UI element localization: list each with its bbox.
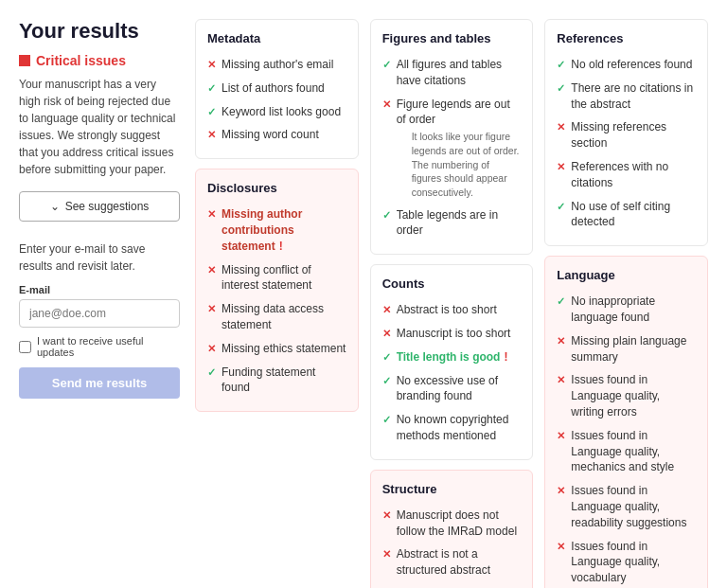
item-2-0-3: ✕References with no citations <box>557 155 696 195</box>
item-0-1-1: ✕Missing conflict of interest statement <box>207 258 346 298</box>
item-text-2-1-5: Issues found in Language quality, vocabu… <box>571 539 696 586</box>
item-text-0-1-0: Missing author contributions statement! <box>222 206 346 254</box>
item-2-1-0: ✓No inappropriate language found <box>557 290 696 330</box>
item-1-1-1: ✕Manuscript is too short <box>382 322 522 346</box>
column-1: Figures and tables✓All figures and table… <box>370 19 534 588</box>
item-1-1-3: ✓No excessive use of branding found <box>382 369 522 409</box>
email-input[interactable] <box>19 299 180 328</box>
item-text-1-1-2: Title length is good! <box>397 349 508 365</box>
check-icon: ✓ <box>382 350 391 365</box>
checkbox-label: I want to receive useful updates <box>37 335 180 358</box>
x-icon: ✕ <box>382 98 391 112</box>
results-columns: Metadata✕Missing author's email✓List of … <box>195 19 708 588</box>
column-2: References✓No old references found✓There… <box>544 19 708 588</box>
card-title-2-0: References <box>557 31 696 45</box>
x-icon: ✕ <box>557 120 565 134</box>
card-1-0: Figures and tables✓All figures and table… <box>370 19 534 255</box>
item-text-2-0-0: No old references found <box>571 57 692 73</box>
x-icon: ✕ <box>382 508 391 523</box>
item-0-1-0: ✕Missing author contributions statement! <box>207 203 346 258</box>
check-icon: ✓ <box>207 81 216 96</box>
check-icon: ✓ <box>207 365 216 380</box>
x-icon: ✕ <box>557 429 565 443</box>
item-text-1-0-2: Table legends are in order <box>397 207 522 240</box>
item-1-2-1: ✕Abstract is not a structured abstract <box>382 543 522 582</box>
item-text-0-1-3: Missing ethics statement <box>222 341 346 357</box>
item-text-1-1-1: Manuscript is too short <box>397 326 511 342</box>
item-1-0-0: ✓All figures and tables have citations <box>382 53 522 93</box>
see-suggestions-button[interactable]: ⌄ See suggestions <box>19 191 180 222</box>
check-icon: ✓ <box>382 374 391 388</box>
item-text-0-1-1: Missing conflict of interest statement <box>222 262 346 294</box>
card-title-1-0: Figures and tables <box>382 31 522 45</box>
item-0-1-4: ✓Funding statement found <box>207 361 346 401</box>
card-title-0-0: Metadata <box>207 31 346 45</box>
card-1-2: Structure✕Manuscript does not follow the… <box>370 470 534 588</box>
item-1-1-4: ✓No known copyrighted methods mentioned <box>382 408 522 448</box>
item-text-0-0-3: Missing word count <box>222 127 319 143</box>
check-icon: ✓ <box>207 105 216 119</box>
card-2-0: References✓No old references found✓There… <box>544 19 708 246</box>
item-text-2-1-2: Issues found in Language quality, writin… <box>571 372 696 419</box>
item-1-0-2: ✓Table legends are in order <box>382 204 522 243</box>
item-text-2-0-1: There are no citations in the abstract <box>571 80 696 113</box>
check-icon: ✓ <box>557 58 565 72</box>
item-1-0-1: ✕Figure legends are out of orderIt looks… <box>382 93 522 204</box>
item-text-2-0-2: Missing references section <box>571 119 696 151</box>
send-button[interactable]: Send me results <box>19 367 180 399</box>
item-2-1-2: ✕Issues found in Language quality, writi… <box>557 368 696 423</box>
x-icon: ✕ <box>207 263 216 277</box>
x-icon: ✕ <box>382 303 391 317</box>
card-2-1: Language✓No inappropriate language found… <box>544 256 708 588</box>
card-0-0: Metadata✕Missing author's email✓List of … <box>195 19 359 159</box>
card-title-0-1: Disclosures <box>207 181 346 195</box>
item-text-2-1-4: Issues found in Language quality, readab… <box>571 483 696 530</box>
card-0-1: Disclosures✕Missing author contributions… <box>195 169 359 412</box>
item-text-1-2-0: Manuscript does not follow the IMRaD mod… <box>397 508 522 540</box>
item-text-1-1-0: Abstract is too short <box>397 302 497 318</box>
item-2-0-4: ✓No use of self citing detected <box>557 195 696 235</box>
card-title-1-2: Structure <box>382 482 522 496</box>
email-label: E-mail <box>19 284 180 295</box>
check-icon: ✓ <box>557 81 565 96</box>
item-2-1-4: ✕Issues found in Language quality, reada… <box>557 479 696 534</box>
x-icon: ✕ <box>207 302 216 316</box>
subnote-1-0-1: It looks like your figure legends are ou… <box>397 130 522 199</box>
column-0: Metadata✕Missing author's email✓List of … <box>195 19 359 588</box>
item-text-0-1-2: Missing data access statement <box>222 301 346 333</box>
page-title: Your results <box>19 19 180 44</box>
description-text: Your manuscript has a very high risk of … <box>19 76 180 178</box>
card-title-1-1: Counts <box>382 276 522 291</box>
item-text-2-1-3: Issues found in Language quality, mechan… <box>571 428 696 475</box>
x-icon: ✕ <box>557 484 565 498</box>
item-text-2-1-0: No inappropriate language found <box>571 294 696 326</box>
item-0-1-3: ✕Missing ethics statement <box>207 337 346 361</box>
item-text-1-0-1: Figure legends are out of orderIt looks … <box>397 97 522 200</box>
item-text-2-0-4: No use of self citing detected <box>571 199 696 231</box>
x-icon: ✕ <box>207 128 216 142</box>
x-icon: ✕ <box>557 334 565 348</box>
item-text-1-1-3: No excessive use of branding found <box>397 373 522 405</box>
item-text-1-2-1: Abstract is not a structured abstract <box>397 546 522 579</box>
checkbox-row: I want to receive useful updates <box>19 335 180 358</box>
item-2-1-5: ✕Issues found in Language quality, vocab… <box>557 535 696 588</box>
x-icon: ✕ <box>557 373 565 387</box>
card-1-1: Counts✕Abstract is too short✕Manuscript … <box>370 264 534 460</box>
check-icon: ✓ <box>382 208 391 223</box>
save-section-text: Enter your e-mail to save results and re… <box>19 241 180 275</box>
item-0-0-2: ✓Keyword list looks good <box>207 100 346 124</box>
item-text-0-0-0: Missing author's email <box>222 57 333 73</box>
x-icon: ✕ <box>207 58 216 72</box>
item-1-2-0: ✕Manuscript does not follow the IMRaD mo… <box>382 504 522 543</box>
item-text-0-0-1: List of authors found <box>222 80 325 97</box>
item-text-1-0-0: All figures and tables have citations <box>397 57 522 89</box>
item-text-1-1-4: No known copyrighted methods mentioned <box>397 412 522 444</box>
check-icon: ✓ <box>382 58 391 72</box>
check-icon: ✓ <box>557 200 565 214</box>
updates-checkbox[interactable] <box>19 341 31 353</box>
left-panel: Your results Critical issues Your manusc… <box>19 19 180 399</box>
item-0-0-1: ✓List of authors found <box>207 77 346 100</box>
item-0-0-0: ✕Missing author's email <box>207 53 346 77</box>
item-1-1-0: ✕Abstract is too short <box>382 298 522 322</box>
save-section: Enter your e-mail to save results and re… <box>19 241 180 399</box>
